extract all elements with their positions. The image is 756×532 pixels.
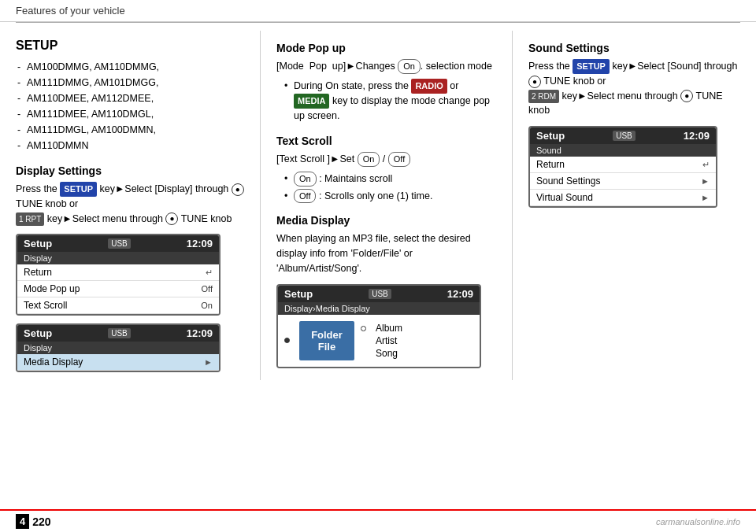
text-scroll-title: Text Scroll — [276, 135, 496, 147]
display-screen-2: Setup USB 12:09 Display Media Display ► — [16, 323, 220, 372]
1rpt-badge: 1 RPT — [16, 212, 44, 226]
mode-popup-title: Mode Pop up — [276, 42, 496, 54]
on-pill2: On — [358, 152, 380, 167]
display-settings-title: Display Settings — [16, 164, 244, 177]
text-scroll-bullets: On : Maintains scroll Off : Scrolls only… — [276, 172, 496, 204]
model-item: AM110DMEE, AM112DMEE, — [16, 91, 244, 106]
model-list: AM100DMMG, AM110DMMG, AM111DMMG, AM101DM… — [16, 59, 244, 153]
model-item: AM111DMGL, AM100DMMN, — [16, 122, 244, 138]
display-screen-1: Setup USB 12:09 Display Return ↵ Mode Po… — [16, 234, 220, 316]
mode-popup-bullets: During On state, press the RADIO or MEDI… — [276, 79, 496, 124]
dot-empty — [361, 326, 366, 331]
tune-icon2: ● — [165, 212, 178, 225]
dot-filled — [284, 338, 290, 343]
folder-file-button: FolderFile — [299, 321, 354, 360]
screen1-row-return: Return ↵ — [17, 264, 219, 281]
tune-icon-right: ● — [528, 76, 541, 88]
bullet-on-maintains: On : Maintains scroll — [284, 172, 496, 187]
sound-row-virtualsound: Virtual Sound ► — [530, 190, 716, 206]
model-item: AM100DMMG, AM110DMMG, — [16, 59, 244, 75]
left-column: SETUP AM100DMMG, AM110DMMG, AM111DMMG, A… — [16, 31, 260, 380]
screen1-row-modepopup: Mode Pop up Off — [17, 281, 219, 297]
screen2-subheader: Display — [17, 342, 219, 354]
on-pill: On — [398, 59, 421, 74]
mode-popup-body: [Mode Pop up]►Changes On. selection mode — [276, 59, 496, 74]
sound-screen-header: Setup USB 12:09 — [530, 127, 716, 144]
setup-badge-right: SETUP — [573, 59, 610, 74]
model-item: AM111DMEE, AM110DMGL, — [16, 106, 244, 122]
screen1-subheader: Display — [17, 252, 219, 264]
footer-logo: carmanualsonline.info — [656, 517, 740, 526]
page-header: Features of your vehicle — [0, 0, 756, 22]
tune-icon: ● — [232, 183, 244, 196]
bullet-off-scrolls: Off : Scrolls only one (1) time. — [284, 189, 496, 204]
screen1-header: Setup USB 12:09 — [17, 235, 219, 252]
media-options: Album Artist Song — [376, 323, 402, 359]
off-pill2: Off — [388, 152, 410, 167]
artist-option: Artist — [376, 335, 402, 346]
media-badge: MEDIA — [294, 94, 329, 109]
2rdm-badge: 2 RDM — [528, 90, 559, 103]
radio-badge: RADIO — [411, 79, 447, 94]
model-item: AM111DMMG, AM101DMGG, — [16, 75, 244, 91]
sound-settings-title: Sound Settings — [528, 42, 740, 54]
footer-page-number: 4 220 — [16, 514, 51, 529]
media-display-screen: Setup USB 12:09 Display›Media Display Fo… — [276, 284, 481, 368]
mid-column: Mode Pop up [Mode Pop up]►Changes On. se… — [260, 31, 512, 380]
media-screen-header: Setup USB 12:09 — [278, 286, 480, 302]
media-display-title: Media Display — [276, 214, 496, 227]
screen2-header: Setup USB 12:09 — [17, 325, 219, 342]
right-column: Sound Settings Press the SETUP key►Selec… — [512, 31, 740, 380]
media-display-body: When playing an MP3 file, select the des… — [276, 231, 496, 275]
header-title: Features of your vehicle — [16, 5, 125, 17]
text-scroll-body: [Text Scroll ]►Set On / Off — [276, 152, 496, 167]
sound-settings-body: Press the SETUP key►Select [Sound] throu… — [528, 59, 740, 118]
sound-screen: Setup USB 12:09 Sound Return ↵ Sound Set… — [528, 126, 717, 208]
sound-row-soundsettings: Sound Settings ► — [530, 173, 716, 190]
album-option: Album — [376, 323, 402, 334]
key-label: key►Select [Display] through — [99, 183, 231, 194]
media-screen-body: FolderFile Album Artist Song — [278, 315, 480, 367]
sound-screen-subheader: Sound — [530, 144, 716, 157]
tune-icon-right2: ● — [680, 90, 693, 102]
display-settings-body: Press the SETUP key►Select [Display] thr… — [16, 182, 244, 226]
media-screen-subheader: Display›Media Display — [278, 302, 480, 315]
screen1-row-textscroll: Text Scroll On — [17, 297, 219, 314]
model-item: AM110DMMN — [16, 138, 244, 153]
setup-badge: SETUP — [60, 182, 97, 197]
song-option: Song — [376, 348, 402, 359]
sound-row-return: Return ↵ — [530, 157, 716, 173]
setup-title: SETUP — [16, 39, 244, 53]
screen2-row-mediadisplay: Media Display ► — [17, 354, 219, 371]
page-footer: 4 220 carmanualsonline.info — [0, 509, 756, 532]
bullet-during: During On state, press the RADIO or MEDI… — [284, 79, 496, 124]
